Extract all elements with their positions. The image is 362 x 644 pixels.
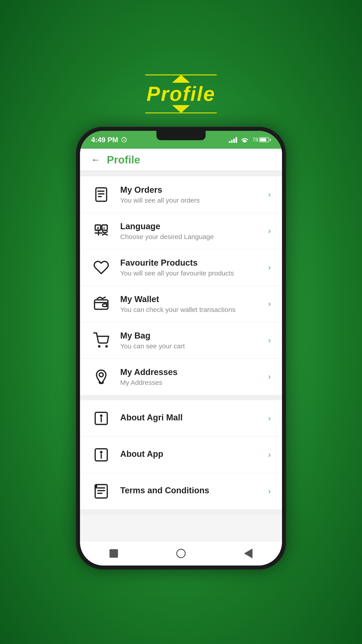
- svg-text:A: A: [102, 226, 105, 230]
- language-icon: A A: [91, 221, 111, 241]
- page-title-area: Profile: [145, 74, 217, 113]
- wifi-icon: [241, 137, 248, 142]
- my-wallet-title: My Wallet: [120, 294, 268, 304]
- my-wallet-text: My Wallet You can check your wallet tran…: [120, 294, 268, 314]
- wallet-icon: [91, 294, 111, 314]
- nav-back-button[interactable]: [242, 547, 255, 560]
- svg-rect-25: [94, 484, 97, 488]
- app-header: ← Profile: [80, 149, 282, 171]
- signal-icon: [229, 137, 237, 143]
- page-wrapper: Profile 4:49 PM: [0, 0, 362, 644]
- my-bag-text: My Bag You can see your cart: [120, 331, 268, 350]
- address-icon: [91, 367, 111, 387]
- battery-percentage: 78: [252, 137, 258, 143]
- menu-item-my-addresses[interactable]: My Addresses My Addresses ›: [80, 359, 282, 395]
- my-orders-chevron: ›: [268, 190, 271, 199]
- my-orders-subtitle: You will see all your orders: [120, 196, 268, 204]
- circle-icon: [176, 549, 186, 558]
- language-text: Language Choose your desired Language: [120, 222, 268, 240]
- about-app-title: About App: [120, 449, 268, 459]
- terms-conditions-chevron: ›: [268, 486, 271, 496]
- svg-point-12: [98, 346, 100, 347]
- cart-icon: [91, 330, 111, 350]
- battery-icon: 78: [252, 137, 271, 143]
- my-orders-title: My Orders: [120, 185, 268, 195]
- triangle-icon: [244, 548, 253, 558]
- bottom-nav: [80, 541, 282, 566]
- my-wallet-chevron: ›: [268, 299, 271, 308]
- my-addresses-subtitle: My Addresses: [120, 379, 268, 386]
- phone-container: 4:49 PM 78: [76, 127, 286, 570]
- about-agrimall-icon: [91, 408, 111, 428]
- svg-rect-11: [94, 300, 108, 309]
- menu-item-terms-conditions[interactable]: Terms and Conditions ›: [80, 473, 282, 510]
- about-agri-mall-chevron: ›: [268, 414, 271, 423]
- favourite-products-title: Favourite Products: [120, 258, 268, 268]
- menu-item-my-wallet[interactable]: My Wallet You can check your wallet tran…: [80, 286, 282, 322]
- status-icons: 78: [229, 137, 271, 143]
- my-bag-chevron: ›: [268, 336, 271, 345]
- about-app-icon: [91, 445, 111, 465]
- language-chevron: ›: [268, 226, 271, 236]
- terms-icon: [91, 481, 111, 501]
- svg-rect-0: [96, 188, 107, 201]
- favourite-products-text: Favourite Products You will see all your…: [120, 258, 268, 277]
- title-line-bottom: [145, 112, 217, 113]
- section-divider-top: [80, 171, 282, 176]
- favourite-products-subtitle: You will see all your favourite products: [120, 270, 268, 277]
- my-addresses-text: My Addresses My Addresses: [120, 368, 268, 386]
- svg-point-16: [100, 415, 102, 416]
- svg-text:A: A: [96, 226, 99, 230]
- menu-item-my-bag[interactable]: My Bag You can see your cart ›: [80, 322, 282, 359]
- section-divider-middle: [80, 395, 282, 400]
- menu-item-about-agri-mall[interactable]: About Agri Mall ›: [80, 400, 282, 437]
- language-title: Language: [120, 222, 268, 231]
- terms-conditions-text: Terms and Conditions: [120, 486, 268, 497]
- content-area: My Orders You will see all your orders ›…: [80, 171, 282, 541]
- menu-item-my-orders[interactable]: My Orders You will see all your orders ›: [80, 176, 282, 213]
- my-addresses-chevron: ›: [268, 372, 271, 382]
- title-diamond-bottom: [172, 105, 190, 113]
- svg-point-14: [99, 373, 103, 377]
- my-bag-subtitle: You can see your cart: [120, 342, 268, 350]
- terms-conditions-title: Terms and Conditions: [120, 486, 268, 495]
- back-button[interactable]: ←: [91, 155, 100, 165]
- language-subtitle: Choose your desired Language: [120, 233, 268, 240]
- status-time: 4:49 PM: [91, 136, 127, 144]
- header-title: Profile: [107, 154, 140, 166]
- my-bag-title: My Bag: [120, 331, 268, 340]
- title-decoration: Profile: [145, 74, 217, 113]
- menu-item-about-app[interactable]: About App ›: [80, 437, 282, 473]
- svg-point-19: [100, 452, 102, 453]
- phone-screen: 4:49 PM 78: [80, 131, 282, 566]
- heart-icon: [91, 258, 111, 278]
- my-orders-text: My Orders You will see all your orders: [120, 185, 268, 204]
- page-title-text: Profile: [147, 84, 215, 104]
- orders-icon: [91, 184, 111, 204]
- about-agri-mall-text: About Agri Mall: [120, 413, 268, 424]
- notch: [156, 131, 206, 140]
- section-1: My Orders You will see all your orders ›…: [80, 176, 282, 395]
- title-diamond-top: [172, 75, 190, 83]
- menu-item-language[interactable]: A A Language Choose your desired Languag…: [80, 213, 282, 249]
- nav-square-button[interactable]: [107, 547, 120, 560]
- about-app-text: About App: [120, 449, 268, 461]
- section-divider-bottom: [80, 510, 282, 515]
- about-app-chevron: ›: [268, 450, 271, 460]
- nav-home-button[interactable]: [174, 547, 188, 560]
- alarm-icon: [121, 137, 127, 143]
- time-display: 4:49 PM: [91, 136, 118, 144]
- my-addresses-title: My Addresses: [120, 368, 268, 377]
- square-icon: [109, 549, 118, 558]
- my-wallet-subtitle: You can check your wallet transactions: [120, 306, 268, 314]
- favourite-products-chevron: ›: [268, 263, 271, 272]
- about-agri-mall-title: About Agri Mall: [120, 413, 268, 422]
- svg-point-13: [106, 346, 107, 347]
- section-2: About Agri Mall ›: [80, 400, 282, 510]
- menu-item-favourite-products[interactable]: Favourite Products You will see all your…: [80, 249, 282, 286]
